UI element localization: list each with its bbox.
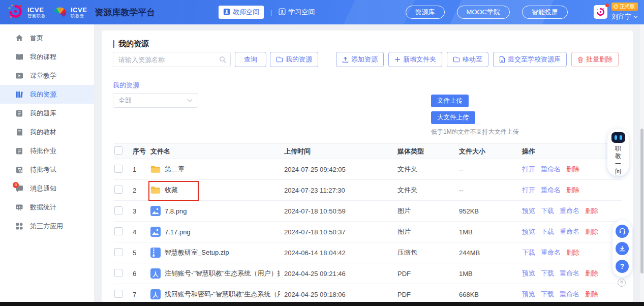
breadcrumb[interactable]: 我的资源 — [113, 81, 139, 90]
search-input[interactable] — [113, 52, 231, 67]
student-space-icon — [279, 8, 286, 17]
row-action-link[interactable]: 重命名 — [560, 228, 579, 235]
download-icon[interactable] — [616, 242, 629, 255]
row-action-link[interactable]: 预览 — [522, 290, 535, 298]
scrollbar-track[interactable] — [640, 24, 644, 302]
row-action-link[interactable]: 预览 — [522, 228, 535, 235]
move-to-button[interactable]: 移动至 — [447, 52, 488, 67]
smart-cast-link[interactable]: 智能投屏 — [522, 6, 568, 19]
row-action-link[interactable]: 重命名 — [541, 165, 561, 173]
customer-service-icon[interactable] — [616, 225, 629, 238]
sidebar-item-resources[interactable]: 我的资源 — [0, 85, 94, 104]
teacher-space-button[interactable]: 教师空间 — [219, 6, 264, 19]
row-action-link[interactable]: 重命名 — [560, 269, 579, 277]
row-checkbox[interactable] — [114, 269, 122, 277]
batch-delete-button[interactable]: 批量删除 — [571, 52, 619, 67]
file-name-cell[interactable]: 智慧教研室_Setup.zip — [150, 248, 284, 258]
row-checkbox[interactable] — [114, 248, 122, 256]
file-name-cell[interactable]: 收藏 — [150, 185, 284, 195]
membership-badge[interactable]: 正式版 — [611, 3, 638, 11]
search-icon[interactable] — [219, 56, 226, 65]
student-space-button[interactable]: 学习空间 — [279, 8, 315, 17]
avatar[interactable] — [594, 5, 607, 19]
file-upload-button[interactable]: 文件上传 — [431, 95, 469, 107]
file-name-cell[interactable]: 7.17.png — [150, 227, 284, 237]
file-name-cell[interactable]: 第二章 — [150, 164, 284, 174]
row-action-link[interactable]: 打开 — [522, 165, 535, 173]
col-file-size: 文件大小 — [459, 147, 522, 156]
wave-icon — [611, 174, 625, 176]
sidebar-item-textbook[interactable]: 我的教材 — [0, 123, 94, 141]
sidebar-item-homework[interactable]: 待批作业 — [0, 141, 94, 160]
media-type: 压缩包 — [397, 248, 459, 257]
file-name: 智慧教研室_Setup.zip — [165, 248, 280, 257]
row-action-link[interactable]: 重命名 — [541, 186, 561, 194]
mooc-academy-link[interactable]: MOOC学院 — [457, 6, 510, 19]
row-action-link[interactable]: 删除 — [566, 165, 579, 173]
row-action-link[interactable]: 重命名 — [541, 249, 561, 256]
large-file-upload-button[interactable]: 大文件上传 — [431, 111, 475, 124]
resource-library-link[interactable]: 资源库 — [406, 6, 445, 19]
sidebar-item-classroom[interactable]: 课堂教学 — [0, 66, 94, 85]
row-action-link[interactable]: 打开 — [522, 186, 535, 194]
row-action-link[interactable]: 重命名 — [560, 290, 579, 298]
row-checkbox[interactable] — [114, 290, 122, 298]
row-checkbox[interactable] — [114, 186, 122, 194]
sidebar-item-courses[interactable]: 我的课程 — [0, 47, 94, 66]
media-type: 文件夹 — [397, 165, 459, 174]
sidebar-item-label: 消息通知 — [30, 184, 56, 193]
media-type-select[interactable]: 全部 — [113, 93, 198, 108]
file-name-cell[interactable]: 人 找回账号和密码-"智慧职教"生态系统（用户 — [150, 289, 284, 299]
add-resource-button[interactable]: 添加资源 — [336, 52, 384, 67]
student-space-label: 学习空间 — [288, 8, 315, 17]
nav-divider: | — [270, 9, 272, 16]
row-action-link[interactable]: 预览 — [522, 207, 535, 215]
row-index: 4 — [133, 228, 150, 236]
row-action-link[interactable]: 下载 — [541, 290, 554, 298]
row-actions: 打开重命名删除 — [522, 186, 622, 195]
row-action-link[interactable]: 下载 — [541, 228, 554, 235]
help-icon[interactable]: ? — [616, 260, 629, 273]
query-button[interactable]: 查询 — [235, 52, 266, 67]
file-name-cell[interactable]: 人 注销账号-"智慧职教"生态系统（用户）操作 — [150, 268, 284, 279]
table-row: 4 7.17.png 2024-07-18 10:50:37 图片 1MB 预览… — [114, 222, 622, 242]
sidebar-item-home[interactable]: 首页 — [0, 28, 94, 47]
scrollbar-thumb[interactable] — [640, 129, 643, 273]
submit-to-school-button[interactable]: 提交至学校资源库 — [493, 52, 567, 67]
row-action-link[interactable]: 下载 — [541, 207, 554, 215]
window-bottom-edge — [0, 302, 644, 306]
teacher-space-icon — [223, 8, 230, 17]
new-folder-button[interactable]: 新增文件夹 — [388, 52, 442, 67]
row-action-link[interactable]: 删除 — [585, 228, 598, 235]
select-all-checkbox[interactable] — [114, 146, 122, 155]
row-action-link[interactable]: 下载 — [541, 269, 554, 277]
close-help-icon[interactable]: ✕ — [618, 279, 626, 287]
row-action-link[interactable]: 删除 — [585, 207, 598, 215]
row-checkbox[interactable] — [114, 227, 122, 235]
row-action-link[interactable]: 删除 — [566, 249, 579, 256]
sidebar-item-apps[interactable]: 第三方应用 — [0, 217, 94, 235]
sidebar-item-stats[interactable]: 数据统计 — [0, 198, 94, 217]
row-checkbox[interactable] — [114, 206, 122, 215]
row-action-link[interactable]: 删除 — [566, 186, 579, 194]
file-name-cell[interactable]: 7.8.png — [150, 206, 284, 216]
row-index: 2 — [133, 187, 150, 194]
stats-icon — [15, 203, 23, 211]
logo1-title: ICVE — [27, 7, 46, 13]
sidebar-item-exam[interactable]: 待批考试 — [0, 160, 94, 179]
sidebar-item-label: 待批考试 — [30, 165, 56, 174]
sidebar-item-question-bank[interactable]: 我的题库 — [0, 104, 94, 123]
assistant-widget[interactable]: 职教一问 — [607, 129, 629, 176]
row-action-link[interactable]: 预览 — [522, 269, 535, 277]
user-menu[interactable]: 刘宵宁 — [611, 12, 638, 21]
row-checkbox[interactable] — [114, 165, 122, 173]
row-action-link[interactable]: 删除 — [585, 269, 598, 277]
sidebar-item-message[interactable]: 5 消息通知 — [0, 179, 94, 198]
medal-icon — [613, 4, 619, 10]
row-action-link[interactable]: 删除 — [585, 290, 598, 298]
assistant-label: 职教一问 — [615, 145, 622, 175]
row-action-link[interactable]: 下载 — [522, 249, 535, 256]
my-resources-button[interactable]: 我的资源 — [270, 52, 318, 67]
row-actions: 打开重命名删除 — [522, 165, 622, 174]
row-action-link[interactable]: 重命名 — [560, 207, 579, 215]
